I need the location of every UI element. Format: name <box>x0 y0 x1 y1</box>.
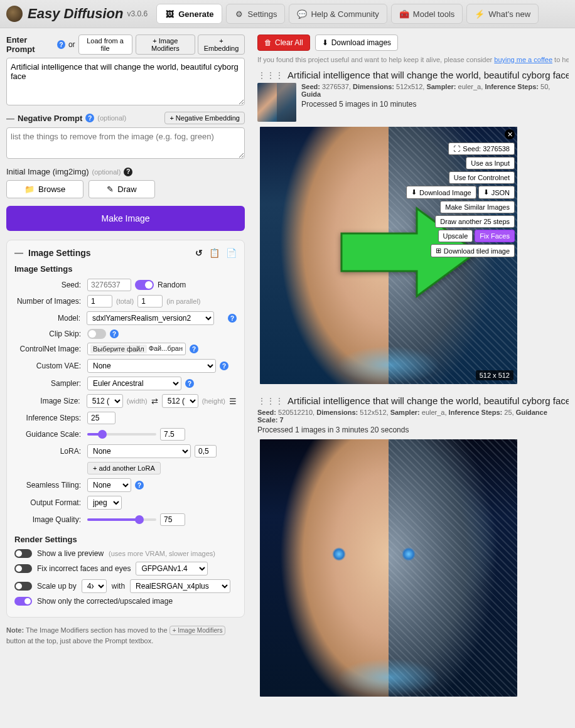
tab-settings[interactable]: ⚙ Settings <box>226 4 286 24</box>
buy-coffee-link[interactable]: buying me a coffee <box>494 56 552 63</box>
clipboard-icon[interactable]: 📋 <box>209 248 220 258</box>
live-preview-hint: (uses more VRAM, slower images) <box>109 550 215 557</box>
help-icon[interactable]: ? <box>135 481 144 490</box>
fix-faces-toggle[interactable] <box>14 564 32 573</box>
draw-another-button[interactable]: Draw another 25 steps <box>435 215 515 228</box>
grid-icon: ⊞ <box>436 247 441 255</box>
model-select[interactable]: sdxlYamersRealism_version2 <box>87 311 214 325</box>
app-title: Easy Diffusion <box>28 6 123 22</box>
load-file-button[interactable]: Load from a file <box>78 35 132 55</box>
num-parallel-input[interactable] <box>137 295 163 308</box>
support-text: If you found this project useful and wan… <box>257 56 569 63</box>
tab-help[interactable]: 💬 Help & Community <box>289 4 387 24</box>
file-choose-button[interactable]: Выберите файл <box>90 345 147 353</box>
fix-faces-label: Fix incorrect faces and eyes <box>37 564 131 573</box>
size-options-icon[interactable]: ☰ <box>229 397 237 406</box>
seed-input[interactable] <box>87 279 131 291</box>
browse-button[interactable]: 📁 Browse <box>6 180 83 198</box>
note-modifiers-button[interactable]: + Image Modifiers <box>169 626 226 635</box>
result-image[interactable]: ✕ ⛶Seed: 3276538 Use as Input Use for Co… <box>260 127 517 384</box>
quality-label: Image Quality: <box>14 515 83 524</box>
width-select[interactable]: 512 (*) <box>87 394 123 408</box>
make-similar-button[interactable]: Make Similar Images <box>440 201 515 213</box>
paste-icon[interactable]: 📄 <box>226 248 237 258</box>
vae-select[interactable]: None <box>87 359 216 373</box>
help-icon[interactable]: ? <box>190 345 198 353</box>
tiling-select[interactable]: None <box>87 478 131 492</box>
neg-embedding-button[interactable]: + Negative Embedding <box>164 112 245 124</box>
add-lora-button[interactable]: + add another LoRA <box>87 462 161 474</box>
drag-handle-icon[interactable]: ⋮⋮⋮ <box>257 70 284 80</box>
sampler-select[interactable]: Euler Ancestral <box>87 377 181 390</box>
download-tiled-button[interactable]: ⊞Download tiled image <box>431 244 515 257</box>
undo-icon[interactable]: ↺ <box>195 248 203 258</box>
live-preview-toggle[interactable] <box>14 549 32 558</box>
tab-whats-new-label: What's new <box>488 9 530 19</box>
download-images-label: Download images <box>331 38 391 47</box>
neg-prompt-textarea[interactable] <box>6 127 245 159</box>
download-image-button[interactable]: ⬇Download Image <box>406 186 476 199</box>
size-label: Image Size: <box>14 397 83 405</box>
seed-label: Seed: <box>14 281 83 289</box>
chat-icon: 💬 <box>297 9 307 19</box>
controlnet-label: ControlNet Image: <box>14 345 83 353</box>
width-hint: (width) <box>127 397 148 405</box>
lora-weight-input[interactable] <box>195 445 217 458</box>
height-select[interactable]: 512 (*) <box>162 394 198 408</box>
guidance-slider[interactable] <box>87 433 156 436</box>
help-icon[interactable]: ? <box>185 379 194 388</box>
lora-select[interactable]: None <box>87 444 191 458</box>
show-corrected-toggle[interactable] <box>14 597 32 606</box>
image-modifiers-button[interactable]: + Image Modifiers <box>136 35 195 55</box>
app-version: v3.0.6 <box>127 9 148 18</box>
help-icon[interactable]: ? <box>220 361 228 370</box>
help-icon[interactable]: ? <box>85 114 94 122</box>
prompt-textarea[interactable]: Artificial intelligence that will change… <box>6 58 245 105</box>
upscale-model-select[interactable]: RealESRGAN_x4plus <box>130 579 230 593</box>
collapse-icon[interactable]: — <box>14 248 23 258</box>
help-icon[interactable]: ? <box>110 329 119 338</box>
steps-input[interactable] <box>87 412 116 424</box>
tab-generate[interactable]: 🖼 Generate <box>156 4 222 24</box>
upscale-button[interactable]: Upscale <box>438 230 473 242</box>
file-chosen-text: Фай...бран <box>149 345 183 353</box>
make-image-button[interactable]: Make Image <box>6 206 245 231</box>
random-seed-toggle[interactable] <box>135 280 154 290</box>
drag-handle-icon[interactable]: ⋮⋮⋮ <box>257 396 284 406</box>
result-thumbnail[interactable] <box>257 83 296 122</box>
collapse-icon[interactable]: — <box>6 114 14 123</box>
parallel-hint: (in parallel) <box>166 297 200 305</box>
guidance-input[interactable] <box>160 428 185 441</box>
fix-faces-button[interactable]: Fix Faces <box>475 230 515 242</box>
clipskip-toggle[interactable] <box>87 329 106 339</box>
use-for-controlnet-button[interactable]: Use for Controlnet <box>449 171 515 184</box>
download-images-button[interactable]: ⬇ Download images <box>315 35 398 51</box>
num-total-input[interactable] <box>87 295 112 308</box>
note-text: Note: The Image Modifiers section has mo… <box>6 625 245 646</box>
draw-button[interactable]: ✎ Draw <box>89 180 154 198</box>
clear-all-button[interactable]: 🗑 Clear All <box>257 35 310 51</box>
scale-up-toggle[interactable] <box>14 582 32 591</box>
expand-icon: ⛶ <box>453 145 460 153</box>
tab-whats-new[interactable]: ⚡ What's new <box>466 4 539 24</box>
swap-icon[interactable]: ⇄ <box>151 397 158 406</box>
scale-factor-select[interactable]: 4x <box>82 579 107 593</box>
prompt-label: Enter Prompt <box>6 35 54 54</box>
help-icon[interactable]: ? <box>228 314 237 323</box>
fix-faces-model-select[interactable]: GFPGANv1.4 <box>136 562 208 575</box>
embedding-button[interactable]: + Embedding <box>198 35 245 55</box>
result-image[interactable] <box>260 439 517 697</box>
json-button[interactable]: ⬇JSON <box>478 186 515 199</box>
tab-model-tools[interactable]: 🧰 Model tools <box>391 4 463 24</box>
tab-help-label: Help & Community <box>311 9 379 19</box>
quality-slider[interactable] <box>87 518 156 521</box>
use-as-input-button[interactable]: Use as Input <box>466 157 515 169</box>
close-icon[interactable]: ✕ <box>505 129 515 139</box>
random-label: Random <box>158 281 186 289</box>
size-badge: 512 x 512 <box>476 370 513 380</box>
format-select[interactable]: jpeg <box>87 496 122 510</box>
init-image-label: Initial Image (img2img) <box>6 167 89 176</box>
help-icon[interactable]: ? <box>57 40 65 49</box>
quality-input[interactable] <box>160 513 185 526</box>
help-icon[interactable]: ? <box>124 168 132 176</box>
